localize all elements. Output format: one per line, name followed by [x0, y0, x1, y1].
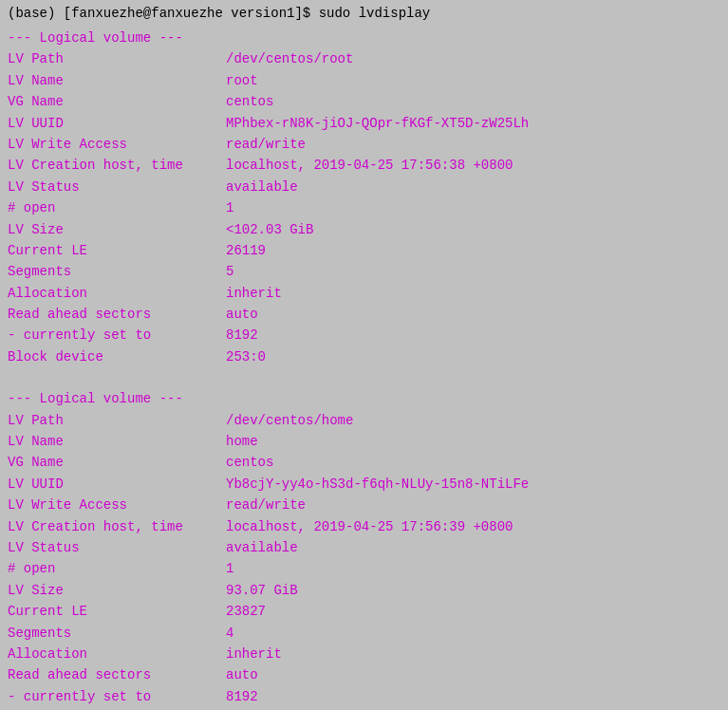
table-row: Segments 4 — [8, 623, 720, 644]
table-row: LV Status available — [8, 177, 720, 197]
table-row: LV UUID MPhbex-rN8K-jiOJ-QOpr-fKGf-XT5D-… — [8, 113, 720, 134]
lv-value: 26119 — [226, 240, 266, 261]
lv-key: VG Name — [8, 91, 226, 112]
table-row: LV Size 93.07 GiB — [8, 580, 720, 601]
lv-key: Segments — [8, 261, 226, 282]
table-row: # open 1 — [8, 197, 720, 218]
lv-key: LV UUID — [8, 474, 226, 495]
section2-header: --- Logical volume --- — [8, 388, 720, 409]
lv-key: Read ahead sectors — [8, 304, 226, 325]
lv-value: inherit — [226, 644, 282, 664]
lv-key: - currently set to — [8, 686, 226, 707]
lv-key: VG Name — [8, 452, 226, 473]
lv-key: LV Status — [8, 177, 226, 197]
table-row: LV Name root — [8, 70, 720, 91]
lv-value: /dev/centos/root — [226, 48, 353, 69]
table-row: Segments 5 — [8, 261, 720, 282]
lv-value: <102.03 GiB — [226, 219, 313, 240]
lv-key: # open — [8, 558, 226, 579]
lv-key: Segments — [8, 623, 226, 644]
lv-key: Current LE — [8, 601, 226, 622]
table-row: LV Status available — [8, 537, 720, 558]
table-row: VG Name centos — [8, 452, 720, 473]
lv-key: LV UUID — [8, 113, 226, 134]
table-row: - currently set to 8192 — [8, 686, 720, 707]
table-row: LV Path /dev/centos/home — [8, 410, 720, 431]
lv-value: available — [226, 177, 298, 197]
lv-key: Current LE — [8, 240, 226, 261]
table-row: LV Write Access read/write — [8, 495, 720, 515]
lv-value: centos — [226, 452, 273, 473]
table-row: LV Creation host, time localhost, 2019-0… — [8, 516, 720, 537]
lv-value: root — [226, 70, 258, 91]
lv-key: Read ahead sectors — [8, 664, 226, 685]
table-row: Current LE 23827 — [8, 601, 720, 622]
section1-header: --- Logical volume --- — [8, 28, 720, 48]
lv-key: - currently set to — [8, 325, 226, 346]
lv-key: LV Write Access — [8, 134, 226, 155]
lv-key: Allocation — [8, 283, 226, 304]
lv-value: Yb8cjY-yy4o-hS3d-f6qh-NLUy-15n8-NTiLFe — [226, 474, 529, 495]
table-row: Read ahead sectors auto — [8, 664, 720, 685]
blank-line — [8, 367, 720, 388]
lv-value: 5 — [226, 261, 233, 282]
lv-value: inherit — [226, 283, 282, 304]
lv-key: # open — [8, 197, 226, 218]
table-row: Current LE 26119 — [8, 240, 720, 261]
table-row: Block device 253:0 — [8, 346, 720, 367]
lv-key: LV Size — [8, 219, 226, 240]
table-row: - currently set to 8192 — [8, 325, 720, 346]
lv-value: 1 — [226, 197, 233, 218]
table-row: Allocation inherit — [8, 283, 720, 304]
lv-value: MPhbex-rN8K-jiOJ-QOpr-fKGf-XT5D-zW25Lh — [226, 113, 529, 134]
lv-value: 93.07 GiB — [226, 580, 298, 601]
terminal: (base) [fanxuezhe@fanxuezhe version1]$ s… — [0, 0, 728, 710]
lv-key: LV Size — [8, 580, 226, 601]
lv-value: localhost, 2019-04-25 17:56:38 +0800 — [226, 155, 513, 176]
lv-key: LV Creation host, time — [8, 155, 226, 176]
table-row: LV Creation host, time localhost, 2019-0… — [8, 155, 720, 176]
lv-value: read/write — [226, 134, 306, 155]
table-row: LV Size <102.03 GiB — [8, 219, 720, 240]
lv-key: LV Path — [8, 410, 226, 431]
lv-value: localhost, 2019-04-25 17:56:39 +0800 — [226, 516, 513, 537]
lv-key: Allocation — [8, 644, 226, 664]
lv-value: 1 — [226, 558, 233, 579]
lv-value: 253:0 — [226, 346, 266, 367]
lv-key: LV Creation host, time — [8, 516, 226, 537]
lv-value: centos — [226, 91, 273, 112]
lv-value: /dev/centos/home — [226, 410, 353, 431]
lv-value: available — [226, 537, 298, 558]
lv-value: 23827 — [226, 601, 266, 622]
command-line: (base) [fanxuezhe@fanxuezhe version1]$ s… — [8, 4, 720, 24]
lv-value: 8192 — [226, 325, 258, 346]
table-row: VG Name centos — [8, 91, 720, 112]
lv-key: LV Path — [8, 48, 226, 69]
lv-value: read/write — [226, 495, 306, 515]
table-row: LV Write Access read/write — [8, 134, 720, 155]
table-row: Allocation inherit — [8, 644, 720, 664]
lv-value: auto — [226, 664, 258, 685]
lv-key: LV Name — [8, 431, 226, 452]
lv-key: LV Status — [8, 537, 226, 558]
lv-value: 4 — [226, 623, 233, 644]
lv-key: LV Name — [8, 70, 226, 91]
lv-key: LV Write Access — [8, 495, 226, 515]
table-row: Read ahead sectors auto — [8, 304, 720, 325]
lv-value: auto — [226, 304, 258, 325]
table-row: LV Path /dev/centos/root — [8, 48, 720, 69]
lv-value: home — [226, 431, 258, 452]
lv-value: 8192 — [226, 686, 258, 707]
table-row: LV UUID Yb8cjY-yy4o-hS3d-f6qh-NLUy-15n8-… — [8, 474, 720, 495]
table-row: LV Name home — [8, 431, 720, 452]
table-row: # open 1 — [8, 558, 720, 579]
lv-key: Block device — [8, 346, 226, 367]
